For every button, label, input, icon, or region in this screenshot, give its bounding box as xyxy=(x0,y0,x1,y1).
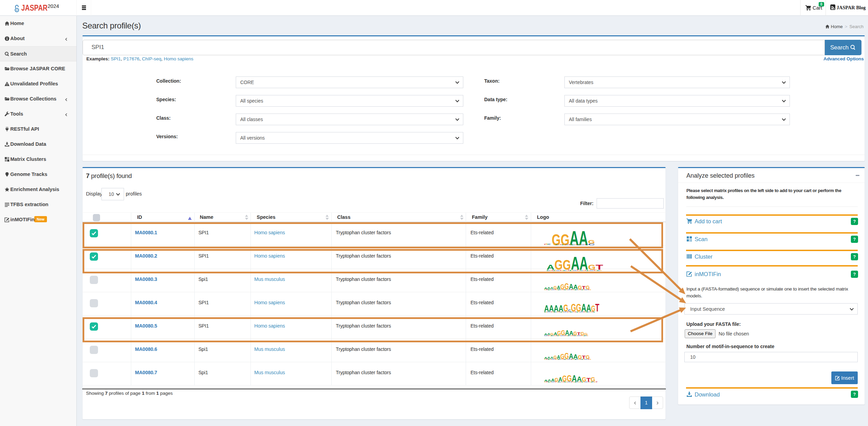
svg-text:C: C xyxy=(585,289,586,290)
svg-text:T: T xyxy=(563,289,564,291)
svg-text:G: G xyxy=(573,289,574,291)
svg-text:C: C xyxy=(553,381,555,382)
svg-text:T: T xyxy=(550,312,552,313)
svg-text:G: G xyxy=(567,373,572,383)
svg-text:G: G xyxy=(556,381,558,383)
svg-text:G: G xyxy=(550,359,551,360)
svg-text:G: G xyxy=(578,359,580,360)
svg-text:G: G xyxy=(562,311,564,313)
svg-text:G: G xyxy=(566,381,567,382)
svg-text:G: G xyxy=(571,301,576,313)
svg-text:C: C xyxy=(553,289,555,290)
svg-text:G: G xyxy=(578,289,580,291)
svg-text:C: C xyxy=(551,359,553,360)
svg-text:C: C xyxy=(559,359,561,360)
svg-text:A: A xyxy=(593,311,595,313)
svg-text:T: T xyxy=(563,381,564,383)
svg-text:G: G xyxy=(556,289,558,291)
svg-text:G: G xyxy=(578,381,580,383)
svg-text:T: T xyxy=(571,289,573,290)
svg-text:T: T xyxy=(595,302,599,313)
svg-text:G: G xyxy=(585,311,586,313)
svg-text:A: A xyxy=(586,303,591,313)
svg-text:G: G xyxy=(573,311,575,312)
svg-text:C: C xyxy=(586,381,588,383)
svg-text:T: T xyxy=(571,359,573,360)
svg-text:C: C xyxy=(567,359,569,360)
svg-text:G: G xyxy=(583,289,585,291)
svg-text:G: G xyxy=(550,289,551,291)
svg-text:G: G xyxy=(576,301,581,313)
svg-text:C: C xyxy=(555,312,557,313)
svg-text:C: C xyxy=(586,289,588,291)
svg-text:C: C xyxy=(567,382,569,383)
svg-text:A: A xyxy=(564,359,566,360)
svg-text:G: G xyxy=(566,289,567,290)
svg-text:A: A xyxy=(586,311,588,312)
svg-text:G: G xyxy=(590,311,591,312)
svg-text:G: G xyxy=(583,359,585,360)
svg-text:G: G xyxy=(589,289,591,290)
svg-text:A: A xyxy=(564,289,566,290)
svg-text:A: A xyxy=(570,311,572,312)
svg-text:T: T xyxy=(575,311,576,313)
svg-text:G: G xyxy=(573,381,574,383)
svg-text:A: A xyxy=(574,289,576,290)
svg-text:T: T xyxy=(567,311,569,312)
svg-text:G: G xyxy=(561,289,563,291)
svg-text:C: C xyxy=(549,311,550,312)
svg-text:G: G xyxy=(566,359,567,360)
svg-text:A: A xyxy=(553,311,555,312)
svg-text:C: C xyxy=(592,381,594,383)
svg-text:C: C xyxy=(565,311,566,312)
svg-text:C: C xyxy=(572,312,573,313)
svg-text:C: C xyxy=(547,311,549,313)
svg-text:G: G xyxy=(550,382,551,383)
svg-text:A: A xyxy=(559,303,563,313)
svg-text:G: G xyxy=(583,381,585,383)
svg-text:A: A xyxy=(591,381,593,383)
svg-text:G: G xyxy=(564,351,569,360)
svg-text:C: C xyxy=(580,311,582,312)
svg-text:A: A xyxy=(574,381,576,382)
svg-text:C: C xyxy=(567,289,569,291)
svg-text:G: G xyxy=(544,289,546,291)
svg-text:T: T xyxy=(554,381,556,382)
svg-text:G: G xyxy=(573,359,574,360)
svg-text:C: C xyxy=(559,381,561,382)
svg-text:C: C xyxy=(551,289,553,291)
svg-text:G: G xyxy=(569,311,570,312)
svg-text:T: T xyxy=(554,359,556,360)
svg-text:G: G xyxy=(564,282,569,291)
svg-text:C: C xyxy=(559,289,561,290)
svg-text:T: T xyxy=(554,289,556,290)
svg-text:G: G xyxy=(544,381,546,383)
svg-text:G: G xyxy=(578,311,579,313)
svg-text:G: G xyxy=(589,359,591,360)
svg-text:T: T xyxy=(596,381,598,382)
svg-text:C: C xyxy=(586,359,588,360)
svg-text:G: G xyxy=(594,381,596,383)
svg-text:G: G xyxy=(561,381,563,383)
svg-text:C: C xyxy=(585,381,586,382)
svg-text:G: G xyxy=(544,359,546,360)
svg-text:A: A xyxy=(560,311,562,313)
svg-text:G: G xyxy=(563,302,568,313)
svg-text:T: T xyxy=(588,289,589,290)
svg-text:T: T xyxy=(591,311,593,313)
svg-text:T: T xyxy=(563,359,564,360)
svg-text:C: C xyxy=(553,358,555,360)
svg-text:A: A xyxy=(544,311,546,312)
svg-text:C: C xyxy=(588,311,590,312)
svg-text:A: A xyxy=(576,311,578,313)
svg-text:T: T xyxy=(559,311,561,312)
svg-text:T: T xyxy=(588,381,589,382)
svg-text:A: A xyxy=(564,381,566,382)
svg-text:C: C xyxy=(581,311,583,312)
svg-text:G: G xyxy=(561,359,563,360)
svg-text:A: A xyxy=(581,302,586,313)
svg-text:G: G xyxy=(557,311,559,313)
svg-text:A: A xyxy=(549,303,554,313)
svg-text:G: G xyxy=(556,359,558,360)
svg-text:G: G xyxy=(546,311,547,313)
